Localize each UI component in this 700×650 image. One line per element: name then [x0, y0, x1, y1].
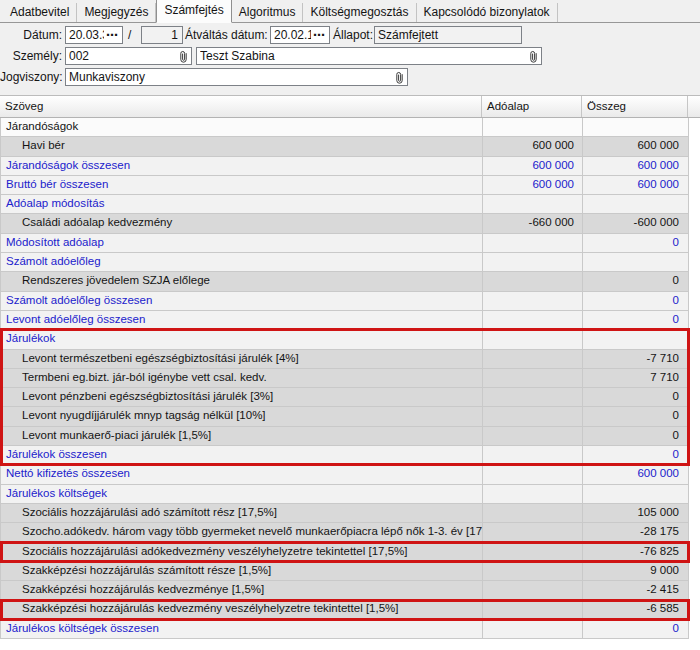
table-row[interactable]: Szociális hozzájárulási adókedvezmény ve… — [0, 543, 689, 562]
row-text-cell: Járandóságok összesen — [1, 157, 483, 175]
jogviszony-value: Munkaviszony — [69, 70, 393, 84]
date-picker-button[interactable]: ⋯ — [313, 30, 326, 40]
table-row[interactable]: Adóalap módosítás — [0, 195, 689, 214]
row-adoalap-cell — [483, 292, 583, 310]
table-row[interactable]: Járulékok összesen0 — [0, 446, 689, 465]
row-text-cell: Levont pénzbeni egészségbiztosítási járu… — [1, 388, 483, 406]
row-adoalap-cell — [483, 388, 583, 406]
allapot-field: Számfejtett — [374, 26, 522, 44]
table-header: Szöveg Adóalap Összeg — [0, 95, 700, 118]
tab-szamfejtes[interactable]: Számfejtés — [156, 0, 231, 23]
column-header-osszeg[interactable]: Összeg — [582, 96, 688, 117]
table-row[interactable]: Szocho.adókedv. három vagy több gyermeke… — [0, 523, 689, 542]
row-text-cell: Szakképzési hozzájárulás kedvezménye [1,… — [1, 581, 483, 599]
row-osszeg-cell: 0 — [583, 388, 689, 406]
tab-megjegyzes[interactable]: Megjegyzés — [77, 3, 156, 22]
row-osszeg-cell: 7 710 — [583, 369, 689, 387]
szemely-label: Személy: — [2, 47, 62, 65]
row-text-cell: Nettó kifizetés összesen — [1, 465, 483, 483]
row-text-cell: Szakképzési hozzájárulás kedvezmény vesz… — [1, 600, 483, 618]
datum-field[interactable]: 20.03.31. ⋯ — [65, 26, 123, 44]
row-adoalap-cell: 600 000 — [483, 176, 583, 194]
atvaltas-datum-value: 20.02.15. — [274, 28, 311, 42]
column-header-filler — [688, 96, 700, 117]
row-text-cell: Levont természetbeni egészségbiztosítási… — [1, 350, 483, 368]
row-text-cell: Számolt adóelőleg összesen — [1, 292, 483, 310]
row-osszeg-cell: -2 415 — [583, 581, 689, 599]
row-adoalap-cell — [483, 330, 583, 348]
tab-kapcsolodo-bizonylatok[interactable]: Kapcsolódó bizonylatok — [417, 3, 558, 22]
row-osszeg-cell: 9 000 — [583, 562, 689, 580]
row-osszeg-cell: 0 — [583, 446, 689, 464]
paperclip-icon[interactable] — [395, 71, 404, 84]
row-adoalap-cell — [483, 523, 583, 541]
table-row[interactable]: Járulékok — [0, 330, 689, 349]
row-adoalap-cell — [483, 581, 583, 599]
row-text-cell: Módosított adóalap — [1, 234, 483, 252]
column-header-adoalap[interactable]: Adóalap — [482, 96, 582, 117]
datum-value: 20.03.31. — [69, 28, 104, 42]
row-osszeg-cell: 0 — [583, 272, 689, 290]
table-row[interactable]: Járulékos költségek — [0, 485, 689, 504]
atvaltas-datum-field[interactable]: 20.02.15. ⋯ — [270, 26, 330, 44]
table-row[interactable]: Bruttó bér összesen600 000600 000 — [0, 176, 689, 195]
row-adoalap-cell: 600 000 — [483, 137, 583, 155]
table-row[interactable]: Járandóságok — [0, 118, 689, 137]
payroll-table: Szöveg Adóalap Összeg JárandóságokHavi b… — [0, 95, 700, 650]
row-text-cell: Rendszeres jövedelem SZJA előlege — [1, 272, 483, 290]
row-text-cell: Szakképzési hozzájárulás számított része… — [1, 562, 483, 580]
table-row[interactable]: Levont természetbeni egészségbiztosítási… — [0, 350, 689, 369]
table-row[interactable]: Rendszeres jövedelem SZJA előlege0 — [0, 272, 689, 291]
table-row[interactable]: Szakképzési hozzájárulás kedvezmény vesz… — [0, 600, 689, 619]
table-row[interactable]: Számolt adóelőleg — [0, 253, 689, 272]
table-row[interactable]: Szakképzési hozzájárulás számított része… — [0, 562, 689, 581]
date-picker-button[interactable]: ⋯ — [106, 30, 119, 40]
table-row[interactable]: Járandóságok összesen600 000600 000 — [0, 157, 689, 176]
row-adoalap-cell — [483, 369, 583, 387]
szemely-code-field[interactable]: 002 — [65, 47, 192, 65]
row-osszeg-cell: 0 — [583, 427, 689, 445]
row-adoalap-cell — [483, 465, 583, 483]
table-row[interactable]: Levont adóelőleg összesen0 — [0, 311, 689, 330]
row-text-cell: Levont adóelőleg összesen — [1, 311, 483, 329]
sequence-field[interactable]: 1 — [141, 26, 183, 44]
table-row[interactable]: Számolt adóelőleg összesen0 — [0, 292, 689, 311]
row-osszeg-cell — [583, 330, 689, 348]
row-adoalap-cell — [483, 620, 583, 638]
row-text-cell: Havi bér — [1, 137, 483, 155]
tab-algoritmus[interactable]: Algoritmus — [232, 3, 304, 22]
allapot-label: Állapot: — [333, 26, 371, 44]
row-osszeg-cell: 600 000 — [583, 137, 689, 155]
row-osszeg-cell: 0 — [583, 620, 689, 638]
row-adoalap-cell — [483, 562, 583, 580]
row-adoalap-cell — [483, 311, 583, 329]
sequence-value: 1 — [145, 28, 179, 42]
paperclip-icon[interactable] — [529, 50, 538, 63]
table-row[interactable]: Nettó kifizetés összesen600 000 — [0, 465, 689, 484]
row-osszeg-cell — [583, 118, 689, 136]
table-row[interactable]: Levont pénzbeni egészségbiztosítási járu… — [0, 388, 689, 407]
tab-koltsegmegosztas[interactable]: Költségmegosztás — [303, 3, 416, 22]
jogviszony-label: Jogviszony: — [0, 68, 62, 86]
row-adoalap-cell: 600 000 — [483, 157, 583, 175]
table-row[interactable]: Járulékos költségek összesen0 — [0, 620, 689, 639]
row-text-cell: Levont munkaerő-piaci járulék [1,5%] — [1, 427, 483, 445]
table-row[interactable]: Módosított adóalap0 — [0, 234, 689, 253]
table-row[interactable]: Családi adóalap kedvezmény-660 000-600 0… — [0, 214, 689, 233]
table-row[interactable]: Szociális hozzájárulási adó számított ré… — [0, 504, 689, 523]
row-osszeg-cell: -6 585 — [583, 600, 689, 618]
szemely-name-field[interactable]: Teszt Szabina — [196, 47, 542, 65]
row-adoalap-cell — [483, 427, 583, 445]
table-row[interactable]: Havi bér600 000600 000 — [0, 137, 689, 156]
row-adoalap-cell — [483, 504, 583, 522]
table-row[interactable]: Termbeni eg.bizt. jár-ból igénybe vett c… — [0, 369, 689, 388]
szemely-name-value: Teszt Szabina — [200, 49, 527, 63]
column-header-szoveg[interactable]: Szöveg — [0, 96, 482, 117]
paperclip-icon[interactable] — [179, 50, 188, 63]
table-row[interactable]: Levont munkaerő-piaci járulék [1,5%]0 — [0, 427, 689, 446]
jogviszony-field[interactable]: Munkaviszony — [65, 68, 408, 86]
table-row[interactable]: Szakképzési hozzájárulás kedvezménye [1,… — [0, 581, 689, 600]
tab-adatbevitel[interactable]: Adatbevitel — [3, 3, 77, 22]
table-row[interactable]: Levont nyugdíjjárulék mnyp tagság nélkül… — [0, 407, 689, 426]
row-text-cell: Termbeni eg.bizt. jár-ból igénybe vett c… — [1, 369, 483, 387]
